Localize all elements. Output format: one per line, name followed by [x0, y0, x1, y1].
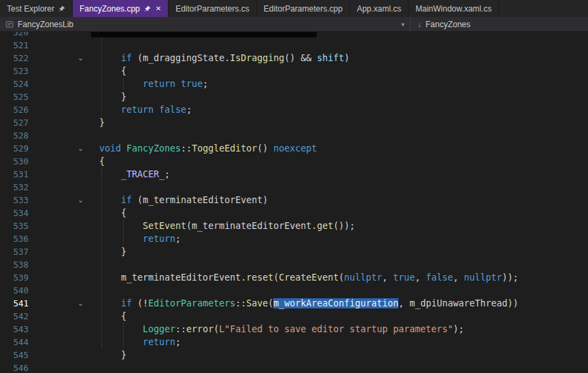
chevron-down-icon: ▾	[401, 21, 404, 28]
code-editor[interactable]: 520521522⌄ if (m_draggingState.IsDraggin…	[0, 32, 588, 373]
code-line-521[interactable]: 521	[0, 39, 588, 52]
code-line-542[interactable]: 542 {	[0, 310, 588, 323]
line-number[interactable]: 540	[0, 285, 34, 296]
code-line-531[interactable]: 531 _TRACER_;	[0, 168, 588, 181]
code-text: }	[99, 118, 588, 128]
fold-margin	[34, 245, 99, 258]
pin-icon[interactable]	[58, 5, 65, 12]
fold-margin	[34, 207, 99, 219]
tab-editorparameters-cs[interactable]: EditorParameters.cs	[169, 0, 257, 17]
code-text: void FancyZones::ToggleEditor() noexcept	[99, 143, 588, 154]
code-line-530[interactable]: 530{	[0, 155, 588, 168]
line-number[interactable]: 532	[0, 182, 34, 192]
line-number[interactable]: 538	[0, 260, 34, 270]
line-number[interactable]: 535	[0, 221, 34, 231]
code-line-541[interactable]: 541⌄ if (!EditorParameters::Save(m_workA…	[0, 297, 588, 310]
line-number[interactable]: 526	[0, 105, 34, 115]
code-text: if (m_draggingState.IsDragging() && shif…	[99, 53, 588, 63]
line-number[interactable]: 529	[0, 143, 34, 154]
line-number[interactable]: 522	[0, 53, 34, 63]
line-number[interactable]: 524	[0, 79, 34, 89]
line-number[interactable]: 520	[0, 32, 34, 37]
indent-guide	[123, 323, 124, 349]
line-number[interactable]: 527	[0, 118, 34, 128]
fold-margin	[34, 323, 99, 336]
fold-margin	[34, 77, 99, 90]
line-number[interactable]: 543	[0, 324, 34, 334]
line-number[interactable]: 530	[0, 156, 34, 166]
line-number[interactable]: 525	[0, 92, 34, 102]
code-line-535[interactable]: 535 SetEvent(m_terminateEditorEvent.get(…	[0, 219, 588, 232]
code-line-545[interactable]: 545 }	[0, 349, 588, 361]
line-number[interactable]: 539	[0, 272, 34, 283]
code-line-537[interactable]: 537 }	[0, 245, 588, 258]
code-line-543[interactable]: 543 Logger::error(L"Failed to save edito…	[0, 323, 588, 336]
fold-margin	[34, 32, 99, 39]
code-line-529[interactable]: 529⌄void FancyZones::ToggleEditor() noex…	[0, 142, 588, 155]
code-line-528[interactable]: 528	[0, 129, 588, 142]
line-number[interactable]: 534	[0, 208, 34, 218]
line-number[interactable]: 542	[0, 311, 34, 321]
code-line-538[interactable]: 538	[0, 258, 588, 271]
code-line-534[interactable]: 534 {	[0, 207, 588, 219]
tab-test-explorer[interactable]: Test Explorer	[0, 0, 73, 17]
line-number[interactable]: 544	[0, 337, 34, 347]
vs-window: Test ExplorerFancyZones.cpp✕EditorParame…	[0, 0, 588, 373]
code-line-540[interactable]: 540	[0, 284, 588, 297]
code-line-523[interactable]: 523 {	[0, 65, 588, 77]
code-text: return false;	[99, 105, 588, 115]
down-arrow-icon: ↓	[417, 20, 421, 29]
project-dropdown[interactable]: FancyZonesLib ▾	[0, 17, 411, 31]
fold-chevron-icon[interactable]: ⌄	[77, 195, 84, 205]
fold-margin	[34, 258, 99, 271]
tab-fancyzones-cpp[interactable]: FancyZones.cpp✕	[73, 0, 169, 17]
line-number[interactable]: 523	[0, 66, 34, 76]
code-line-533[interactable]: 533⌄ if (m_terminateEditorEvent)	[0, 194, 588, 207]
member-dropdown[interactable]: ↓ FancyZones	[411, 17, 477, 31]
indent-guide	[101, 39, 102, 116]
line-number[interactable]: 533	[0, 195, 34, 205]
code-text: return true;	[99, 79, 588, 89]
code-line-539[interactable]: 539 m_terminateEditorEvent.reset(CreateE…	[0, 271, 588, 284]
code-text: m_terminateEditorEvent.reset(CreateEvent…	[99, 272, 588, 283]
fold-margin	[34, 219, 99, 232]
fold-chevron-icon[interactable]: ⌄	[77, 53, 84, 63]
code-line-525[interactable]: 525 }	[0, 90, 588, 103]
navigation-bar: FancyZonesLib ▾ ↓ FancyZones	[0, 17, 588, 32]
code-line-527[interactable]: 527}	[0, 116, 588, 129]
code-line-524[interactable]: 524 return true;	[0, 77, 588, 90]
fold-chevron-icon[interactable]: ⌄	[77, 298, 84, 308]
fold-chevron-icon[interactable]: ⌄	[77, 143, 84, 154]
close-icon[interactable]: ✕	[156, 5, 161, 12]
code-line-546[interactable]: 546	[0, 361, 588, 373]
code-line-526[interactable]: 526 return false;	[0, 103, 588, 116]
fold-margin	[34, 310, 99, 323]
line-number[interactable]: 528	[0, 130, 34, 141]
fold-margin	[34, 336, 99, 349]
line-number[interactable]: 521	[0, 40, 34, 50]
fold-margin	[34, 181, 99, 194]
code-text: }	[99, 247, 588, 257]
fold-margin	[34, 103, 99, 116]
fold-margin: ⌄	[34, 194, 99, 207]
code-line-544[interactable]: 544 return;	[0, 336, 588, 349]
line-number[interactable]: 537	[0, 247, 34, 257]
line-number[interactable]: 536	[0, 234, 34, 244]
line-number[interactable]: 541	[0, 298, 34, 308]
pin-icon[interactable]	[144, 5, 151, 12]
line-number[interactable]: 546	[0, 363, 34, 373]
line-number[interactable]: 545	[0, 350, 34, 360]
tab-mainwindow-xaml-cs[interactable]: MainWindow.xaml.cs	[409, 0, 499, 17]
code-line-522[interactable]: 522⌄ if (m_draggingState.IsDragging() &&…	[0, 52, 588, 65]
tab-label: MainWindow.xaml.cs	[415, 4, 491, 14]
code-line-520[interactable]: 520	[0, 32, 588, 39]
code-line-536[interactable]: 536 return;	[0, 232, 588, 245]
tab-label: App.xaml.cs	[357, 4, 401, 14]
code-text: SetEvent(m_terminateEditorEvent.get());	[99, 221, 588, 231]
fold-margin	[34, 116, 99, 129]
tab-app-xaml-cs[interactable]: App.xaml.cs	[350, 0, 409, 17]
tab-editorparameters-cpp[interactable]: EditorParameters.cpp	[257, 0, 350, 17]
line-number[interactable]: 531	[0, 169, 34, 179]
code-line-532[interactable]: 532	[0, 181, 588, 194]
code-text: if (m_terminateEditorEvent)	[99, 195, 588, 205]
